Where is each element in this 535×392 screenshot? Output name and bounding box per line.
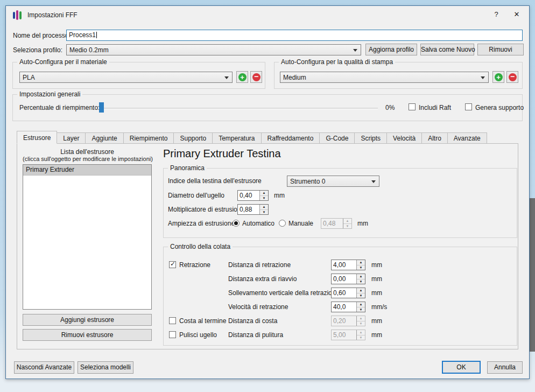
retraction-distance-label: Distanza di retrazione bbox=[228, 261, 291, 269]
extra-restart-spinbox[interactable]: 0,00 ▲▼ bbox=[331, 274, 365, 284]
title-bar[interactable]: Impostazioni FFF ? ✕ bbox=[6, 6, 529, 24]
spin-up-icon: ▲ bbox=[343, 219, 351, 223]
coast-label: Costa al termine bbox=[179, 317, 226, 325]
tab-supporto[interactable]: Supporto bbox=[173, 132, 213, 144]
vertical-lift-value: 0,60 bbox=[332, 288, 356, 298]
fff-settings-dialog: Impostazioni FFF ? ✕ Nome del processo: … bbox=[5, 5, 530, 379]
wipe-nozzle-checkbox[interactable] bbox=[169, 331, 176, 338]
remove-material-button[interactable]: − bbox=[250, 71, 262, 83]
spin-up-icon[interactable]: ▲ bbox=[260, 191, 268, 195]
chevron-down-icon bbox=[353, 49, 357, 52]
tab-aggiunte[interactable]: Aggiunte bbox=[85, 132, 123, 144]
tab-gcode[interactable]: G-Code bbox=[319, 132, 355, 144]
auto-material-title: Auto-Configura per il materiale bbox=[17, 58, 109, 66]
coast-distance-value: 0,20 bbox=[332, 316, 356, 326]
add-material-button[interactable]: + bbox=[236, 71, 248, 83]
retraction-distance-spinbox[interactable]: 4,00 ▲▼ bbox=[331, 260, 365, 270]
profile-select[interactable]: Medio 0.2mm bbox=[66, 44, 361, 55]
select-models-button[interactable]: Seleziona modelli bbox=[78, 361, 133, 374]
process-name-input[interactable]: Process1 bbox=[66, 30, 523, 41]
cancel-button[interactable]: Annulla bbox=[487, 361, 523, 374]
spin-down-icon: ▼ bbox=[357, 335, 365, 340]
spin-down-icon: ▼ bbox=[343, 223, 351, 229]
tab-temperatura[interactable]: Temperatura bbox=[212, 132, 261, 144]
app-logo-icon bbox=[13, 10, 23, 20]
close-button[interactable]: ✕ bbox=[508, 7, 526, 22]
tab-riempimento[interactable]: Riempimento bbox=[123, 132, 174, 144]
coast-distance-label: Distanza di costa bbox=[228, 317, 277, 325]
tab-altro[interactable]: Altro bbox=[421, 132, 448, 144]
ooze-control-group: Controllo della colata Retrazione Distan… bbox=[163, 247, 517, 346]
width-manual-radio[interactable] bbox=[279, 220, 286, 227]
retraction-speed-spinbox[interactable]: 40,0 ▲▼ bbox=[331, 302, 365, 312]
width-automatic-radio[interactable] bbox=[233, 220, 240, 227]
material-select[interactable]: PLA bbox=[19, 72, 233, 83]
extra-restart-value: 0,00 bbox=[332, 274, 356, 284]
remove-quality-button[interactable]: − bbox=[506, 71, 518, 83]
coast-distance-unit: mm bbox=[371, 317, 382, 325]
add-quality-button[interactable]: + bbox=[492, 71, 504, 83]
settings-tab-bar: Estrusore Layer Aggiunte Riempimento Sup… bbox=[17, 131, 487, 144]
coast-checkbox[interactable] bbox=[169, 317, 176, 324]
extrusion-width-spinbox: 0,48 ▲▼ bbox=[321, 218, 352, 229]
hide-advanced-button[interactable]: Nascondi Avanzate bbox=[14, 361, 74, 374]
remove-profile-button[interactable]: Rimuovi bbox=[477, 44, 524, 55]
tab-scripts[interactable]: Scripts bbox=[354, 132, 387, 144]
wipe-distance-spinbox: 5,00 ▲▼ bbox=[331, 330, 365, 340]
spin-up-icon[interactable]: ▲ bbox=[357, 260, 365, 265]
nozzle-diameter-value: 0,40 bbox=[238, 191, 259, 200]
spin-down-icon[interactable]: ▼ bbox=[260, 209, 268, 215]
chevron-down-icon bbox=[481, 76, 485, 79]
tab-avanzate[interactable]: Avanzate bbox=[447, 132, 487, 144]
retraction-speed-label: Velocità di retrazione bbox=[228, 303, 288, 311]
wipe-distance-unit: mm bbox=[371, 331, 382, 339]
generate-support-checkbox[interactable] bbox=[465, 103, 472, 110]
text-caret bbox=[96, 32, 97, 38]
spin-down-icon[interactable]: ▼ bbox=[357, 279, 365, 284]
infill-slider-handle[interactable] bbox=[99, 102, 104, 113]
save-as-new-button[interactable]: Salva come Nuovo bbox=[420, 44, 474, 55]
spin-up-icon: ▲ bbox=[357, 330, 365, 335]
spin-up-icon[interactable]: ▲ bbox=[260, 205, 268, 209]
update-profile-button[interactable]: Aggiorna profilo bbox=[365, 44, 417, 55]
ok-button[interactable]: OK bbox=[442, 361, 481, 374]
spin-up-icon[interactable]: ▲ bbox=[357, 302, 365, 307]
nozzle-diameter-unit: mm bbox=[274, 192, 285, 199]
process-name-value: Process1 bbox=[69, 31, 96, 39]
spin-down-icon[interactable]: ▼ bbox=[357, 265, 365, 270]
vertical-lift-unit: mm bbox=[371, 289, 382, 297]
include-raft-checkbox[interactable] bbox=[409, 103, 416, 110]
retraction-speed-value: 40,0 bbox=[332, 302, 356, 312]
window-title: Impostazioni FFF bbox=[27, 11, 78, 19]
toolhead-index-select[interactable]: Strumento 0 bbox=[287, 176, 379, 187]
tab-layer[interactable]: Layer bbox=[57, 132, 86, 144]
retraction-checkbox[interactable] bbox=[169, 261, 176, 268]
remove-extruder-button[interactable]: Rimuovi estrusore bbox=[23, 329, 152, 341]
tab-raffreddamento[interactable]: Raffreddamento bbox=[261, 132, 320, 144]
nozzle-diameter-spinbox[interactable]: 0,40 ▲▼ bbox=[237, 190, 269, 201]
spin-down-icon[interactable]: ▼ bbox=[357, 293, 365, 298]
minus-icon: − bbox=[509, 73, 517, 81]
infill-slider-track[interactable] bbox=[99, 108, 378, 109]
quality-select[interactable]: Medium bbox=[280, 72, 489, 83]
minus-icon: − bbox=[252, 73, 261, 81]
extrusion-multiplier-label: Moltiplicatore di estrusione bbox=[168, 206, 244, 213]
chevron-down-icon bbox=[224, 76, 229, 79]
extruder-listbox[interactable]: Primary Extruder bbox=[23, 164, 152, 310]
extrusion-multiplier-spinbox[interactable]: 0,88 ▲▼ bbox=[237, 204, 269, 215]
general-settings-group: Impostazioni generali Percentuale di rie… bbox=[12, 94, 523, 121]
spin-up-icon[interactable]: ▲ bbox=[357, 288, 365, 293]
spin-up-icon[interactable]: ▲ bbox=[357, 274, 365, 279]
vertical-lift-spinbox[interactable]: 0,60 ▲▼ bbox=[331, 288, 365, 298]
overview-group: Panoramica Indice della testina dell'est… bbox=[163, 168, 517, 238]
tab-velocita[interactable]: Velocità bbox=[386, 132, 422, 144]
help-button[interactable]: ? bbox=[487, 7, 505, 22]
process-name-label: Nome del processo: bbox=[13, 32, 71, 39]
tab-estrusore[interactable]: Estrusore bbox=[17, 131, 57, 144]
spin-down-icon[interactable]: ▼ bbox=[357, 307, 365, 312]
add-extruder-button[interactable]: Aggiungi estrusore bbox=[23, 314, 152, 326]
plus-icon: + bbox=[238, 73, 247, 81]
spin-down-icon[interactable]: ▼ bbox=[260, 195, 268, 201]
retraction-label: Retrazione bbox=[179, 261, 210, 269]
list-item-primary-extruder[interactable]: Primary Extruder bbox=[23, 165, 151, 176]
